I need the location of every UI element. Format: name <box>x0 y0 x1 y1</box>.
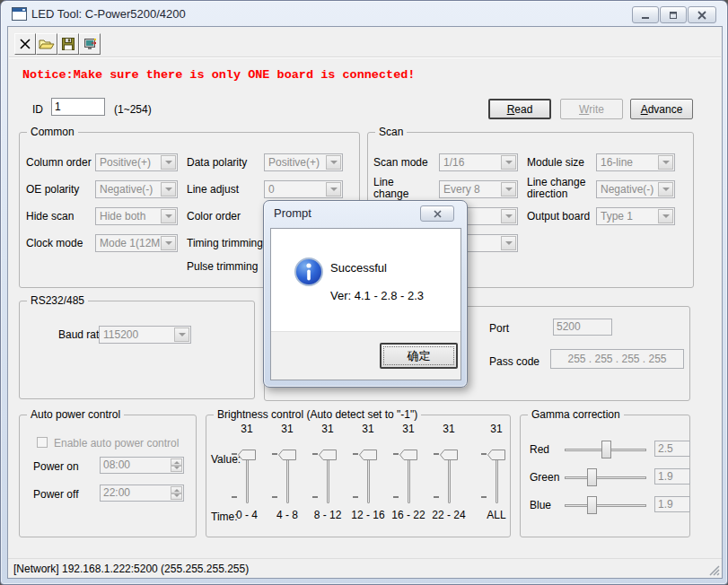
advance-button[interactable]: Advance <box>630 99 693 119</box>
id-input[interactable] <box>51 98 105 116</box>
brightness-slider-all[interactable]: 31 ALL <box>476 423 517 525</box>
gamma-blue-track <box>565 504 646 507</box>
module-size-label: Module size <box>527 156 584 169</box>
dialog-content: Successful Ver: 4.1 - 2.8 - 2.3 确定 <box>270 228 461 380</box>
spin-down-icon[interactable] <box>171 493 182 501</box>
gamma-red-value[interactable]: 2.5 <box>654 441 690 457</box>
slider-thumb[interactable] <box>278 450 296 460</box>
chevron-down-icon <box>501 209 516 223</box>
baud-rate-value: 115200 <box>103 328 173 341</box>
clock-mode-label: Clock mode <box>26 237 83 249</box>
column-order-select[interactable]: Positive(+) <box>95 153 178 171</box>
gamma-green-thumb[interactable] <box>587 468 597 486</box>
spin-down-icon[interactable] <box>171 466 182 473</box>
slider-value: 31 <box>307 423 348 435</box>
gamma-green-value[interactable]: 1.9 <box>654 468 690 485</box>
hide-scan-value: Hide both <box>100 210 160 223</box>
gamma-blue-value[interactable]: 1.9 <box>654 496 690 512</box>
exit-icon <box>19 38 31 50</box>
titlebar[interactable]: LED Tool: C-Power5200/4200 <box>1 1 727 26</box>
slider-thumb[interactable] <box>238 450 256 460</box>
tick-mark <box>272 453 277 455</box>
enable-auto-power-checkbox[interactable] <box>37 437 48 448</box>
tick-mark <box>353 496 358 498</box>
read-button[interactable]: Read <box>488 99 551 119</box>
power-off-spinner[interactable] <box>171 486 182 500</box>
output-board-select[interactable]: Type 1 <box>596 207 675 225</box>
line-change-space-select[interactable]: Every 8 <box>439 180 518 198</box>
focus-rect <box>383 346 454 365</box>
dialog-ok-button[interactable]: 确定 <box>380 343 458 369</box>
info-icon <box>294 257 324 287</box>
power-on-spinner[interactable] <box>171 458 182 472</box>
chevron-down-icon <box>326 182 341 196</box>
resize-grip-icon[interactable] <box>707 563 720 576</box>
column-order-label: Column order <box>26 156 92 169</box>
notice-text: Notice:Make sure there is only ONE board… <box>22 68 415 82</box>
common-group-title: Common <box>27 126 78 138</box>
dialog-message: Successful <box>330 261 387 275</box>
clock-mode-select[interactable]: Mode 1(12M O <box>95 234 178 252</box>
timing-trimming-label: Timing trimming <box>187 237 263 249</box>
port-field[interactable]: 5200 <box>553 319 612 336</box>
module-size-select[interactable]: 16-line <box>596 153 675 171</box>
save-button[interactable] <box>57 33 79 55</box>
data-polarity-select[interactable]: Positive(+) <box>264 153 343 171</box>
scan-mode-select[interactable]: 1/16 <box>439 153 518 171</box>
pass-code-label: Pass code <box>489 355 539 368</box>
line-adjust-select[interactable]: 0 <box>264 180 343 198</box>
client-area: Notice:Make sure there is only ONE board… <box>7 26 723 579</box>
chevron-down-icon <box>161 209 176 223</box>
save-icon <box>62 38 75 50</box>
power-off-field[interactable]: 22:00 <box>100 485 184 502</box>
spin-up-icon[interactable] <box>171 486 182 493</box>
gamma-red-thumb[interactable] <box>601 441 611 458</box>
tick-mark <box>272 496 277 498</box>
brightness-slider-6[interactable]: 31 22 - 24 <box>428 423 469 525</box>
gamma-blue-thumb[interactable] <box>587 496 597 514</box>
pass-code-field[interactable]: 255 . 255 . 255 . 255 <box>550 349 684 369</box>
minimize-button[interactable] <box>632 6 659 23</box>
slider-value: 31 <box>347 423 389 435</box>
scan-mode-value: 1/16 <box>443 156 500 169</box>
rs232-group-title: RS232/485 <box>27 294 88 307</box>
chevron-down-icon <box>658 209 673 223</box>
tick-mark <box>481 496 487 498</box>
tick-mark <box>434 496 439 498</box>
exit-button[interactable] <box>14 33 36 55</box>
chevron-down-icon <box>658 182 673 196</box>
power-on-field[interactable]: 08:00 <box>100 457 184 474</box>
power-off-value: 22:00 <box>103 486 130 499</box>
enable-auto-power-label: Enable auto power control <box>54 437 179 450</box>
oe-polarity-value: Negative(-) <box>100 183 160 196</box>
slider-thumb[interactable] <box>319 450 337 460</box>
open-folder-icon <box>39 38 55 50</box>
tick-mark <box>393 496 399 498</box>
gamma-group: Gamma correction Red 2.5 Green 1.9 Blue … <box>520 415 690 537</box>
toolbar <box>9 30 721 57</box>
tick-mark <box>232 496 237 498</box>
baud-rate-select[interactable]: 115200 <box>99 326 191 344</box>
slider-thumb[interactable] <box>359 450 377 460</box>
dialog-close-button[interactable] <box>420 205 454 222</box>
oe-polarity-select[interactable]: Negative(-) <box>95 180 178 198</box>
tick-mark <box>353 453 358 455</box>
hide-scan-select[interactable]: Hide both <box>95 207 178 225</box>
prompt-dialog: Prompt Successful Ver: 4.1 - 2. <box>263 200 468 388</box>
slider-thumb[interactable] <box>399 450 417 460</box>
data-polarity-label: Data polarity <box>187 156 247 169</box>
id-range-hint: (1~254) <box>114 103 152 116</box>
spin-up-icon[interactable] <box>171 458 182 466</box>
setup-button[interactable] <box>79 33 101 55</box>
write-button[interactable]: Write <box>560 99 623 119</box>
maximize-button[interactable] <box>660 6 687 23</box>
close-button[interactable] <box>688 6 716 23</box>
line-change-direction-select[interactable]: Negative(-) <box>596 180 675 198</box>
open-file-button[interactable] <box>36 33 57 55</box>
pulse-trimming-label: Pulse trimming <box>187 260 258 273</box>
slider-thumb[interactable] <box>487 450 505 460</box>
slider-thumb[interactable] <box>440 450 458 460</box>
gamma-group-title: Gamma correction <box>528 408 624 421</box>
chevron-down-icon <box>326 155 341 170</box>
tick-mark <box>481 453 487 455</box>
